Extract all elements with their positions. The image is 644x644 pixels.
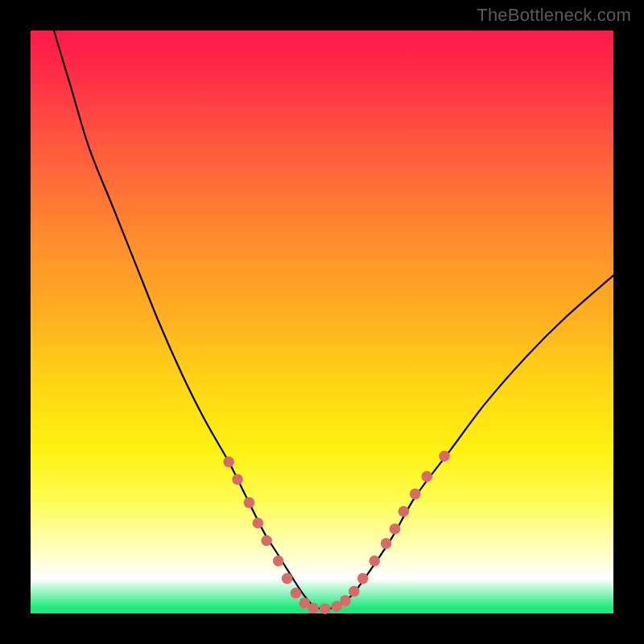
data-point [390, 523, 401, 535]
data-point [381, 538, 392, 549]
data-point [340, 595, 351, 606]
data-point [398, 506, 410, 518]
data-point [244, 497, 255, 509]
data-point [273, 555, 284, 567]
data-point [349, 586, 360, 597]
plot-area [31, 31, 613, 613]
data-point [282, 573, 293, 584]
chart-frame: TheBottleneck.com [0, 0, 644, 644]
data-point [223, 456, 234, 468]
data-point [232, 474, 243, 485]
data-point [253, 518, 264, 529]
data-point [291, 588, 302, 599]
data-markers [223, 451, 449, 614]
data-point [410, 489, 421, 500]
curve-layer [31, 31, 613, 613]
watermark-text: TheBottleneck.com [477, 5, 631, 26]
data-point [369, 555, 380, 567]
data-point [439, 451, 450, 462]
data-point [320, 603, 331, 614]
data-point [308, 603, 319, 614]
data-point [357, 573, 369, 584]
data-point [261, 535, 272, 547]
bottleneck-curve [54, 31, 613, 609]
data-point [422, 471, 433, 482]
